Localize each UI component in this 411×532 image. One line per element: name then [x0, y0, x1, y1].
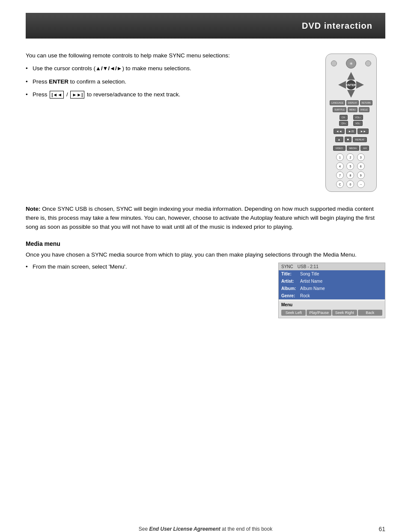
remote-row-vol: CH- CH+ VOL+ VOL-	[329, 115, 373, 126]
remote-btn-repeat: REPEAT	[353, 137, 367, 142]
remote-btn-return: RETURN	[360, 100, 372, 105]
sync-artist-value: Artist Name	[300, 279, 322, 284]
skip-prev-control: |◄◄	[50, 91, 64, 99]
intro-paragraph: You can use the following remote control…	[26, 51, 304, 60]
remote-btn-a4: A/4	[360, 146, 369, 151]
note-text: Once SYNC USB is chosen, SYNC will begin…	[26, 206, 375, 230]
remote-row-playback: ◄◄ ►/II ►►	[334, 129, 369, 134]
remote-btn-chup: CH+	[339, 121, 348, 126]
dpad-center: ENTER	[346, 80, 356, 90]
media-menu-intro: Once you have chosen a SYNC media source…	[26, 251, 385, 259]
remote-row-media: VIDEO MEDIA A/4	[333, 146, 369, 151]
num-btn-9: 9	[357, 171, 365, 179]
remote-top-left-circle	[331, 60, 337, 66]
sync-artist-label: Artist:	[281, 279, 298, 284]
skip-next-control: ►►|	[70, 91, 84, 99]
remote-row-stop: ▲ ■ REPEAT	[335, 137, 367, 142]
remote-top: ✳	[329, 57, 373, 69]
remote-btn-volup: VOL+	[353, 115, 363, 120]
footer-after-text: at the end of this book	[220, 526, 272, 532]
remote-btn-voldown: VOL-	[353, 121, 363, 126]
sync-row-title: Title: Song Title	[279, 270, 385, 278]
bullet-text: Press ENTER to confirm a selection.	[33, 78, 126, 85]
sync-row-genre: Genre: Rock	[279, 292, 385, 299]
arrow-symbols: ▲/▼/◄/►	[95, 65, 122, 72]
num-btn-3: 3	[357, 153, 365, 161]
remote-btn-media: MEDIA	[347, 146, 359, 151]
bullet-text: From the main screen, select 'Menu'.	[33, 263, 127, 270]
media-menu-title: Media menu	[26, 240, 385, 247]
note-section: Note: Once SYNC USB is chosen, SYNC will…	[26, 205, 385, 232]
remote-btn-menu: MENU	[348, 107, 357, 112]
num-btn-4: 4	[336, 162, 344, 170]
num-btn-5: 5	[346, 162, 354, 170]
sync-usb-time: USB - 2:11	[298, 264, 319, 269]
footer-see-text: See End User License Agreement at the en…	[139, 526, 272, 532]
remote-logo: ✳	[346, 58, 356, 69]
remote-btn-language: LANGUAGE	[330, 100, 345, 105]
num-btn-0: 0	[346, 180, 354, 188]
remote-btn-subtitle: SUBTITLE	[333, 107, 346, 112]
page-title: DVD interaction	[302, 21, 372, 31]
enter-bold: ENTER	[49, 78, 68, 85]
sync-menu-row: Menu	[279, 301, 385, 308]
num-btn-7: 7	[336, 171, 344, 179]
dpad-up	[347, 72, 355, 80]
sync-screen: SYNC USB - 2:11 Title: Song Title Artist…	[278, 263, 385, 318]
sync-header: SYNC USB - 2:11	[279, 263, 385, 270]
content-area: You can use the following remote control…	[0, 39, 411, 327]
sync-album-label: Album:	[281, 286, 298, 291]
page-container: DVD interaction You can use the followin…	[0, 13, 411, 532]
page-footer: See End User License Agreement at the en…	[0, 526, 411, 532]
dpad-right	[356, 81, 364, 89]
numpad: 1 2 3 4 5 6 7 8 9 C 0 →	[336, 153, 366, 188]
remote-btn-ff: ►►	[357, 129, 369, 134]
list-item: Use the cursor controls (▲/▼/◄/►) to mak…	[26, 64, 304, 73]
dpad-down	[347, 90, 355, 98]
remote-btn-angle: ANGLE	[359, 107, 369, 112]
skip-next-icon: ►►|	[72, 91, 83, 99]
sync-album-value: Album Name	[300, 286, 325, 291]
sync-title-value: Song Title	[300, 272, 319, 276]
sync-genre-label: Genre:	[281, 293, 298, 298]
remote-btn-stop: ■	[345, 137, 351, 142]
sync-title-label: Title:	[281, 272, 298, 276]
remote-btn-chdown: CH-	[340, 115, 348, 120]
remote-btn-display: DISPLAY	[346, 100, 359, 105]
bullet-text: Press |◄◄ / ►►| to reverse/advance to th…	[33, 91, 180, 98]
sync-btn-seek-right[interactable]: Seek Right	[332, 310, 357, 316]
dpad-left	[338, 81, 346, 89]
header-banner: DVD interaction	[26, 13, 385, 39]
remote-top-right-circle	[365, 60, 371, 66]
num-btn-8: 8	[346, 171, 354, 179]
list-item: Press |◄◄ / ►►| to reverse/advance to th…	[26, 90, 304, 99]
sync-btn-playpause[interactable]: Play/Pause	[307, 310, 331, 316]
num-btn-1: 1	[336, 153, 344, 161]
sync-btn-seek-left[interactable]: Seek Left	[281, 310, 306, 316]
sync-label: SYNC	[281, 264, 293, 269]
bullet-list: Use the cursor controls (▲/▼/◄/►) to mak…	[26, 64, 304, 99]
remote-row-lang: LANGUAGE DISPLAY RETURN	[329, 100, 373, 105]
footer-page-number: 61	[378, 526, 385, 532]
sync-btn-back[interactable]: Back	[358, 310, 382, 316]
sync-genre-value: Rock	[300, 293, 310, 298]
remote-control: ✳ ENTER LANGUAGE DISPLAY	[325, 54, 377, 192]
remote-row-sub: SUBTITLE MENU ANGLE	[329, 107, 373, 112]
media-section-content: From the main screen, select 'Menu'. SYN…	[26, 263, 385, 318]
media-bullet-list: From the main screen, select 'Menu'.	[26, 263, 265, 271]
remote-container: ✳ ENTER LANGUAGE DISPLAY	[317, 51, 385, 192]
num-btn-arrow: →	[357, 180, 365, 188]
left-text: You can use the following remote control…	[26, 51, 304, 192]
skip-prev-icon: |◄◄	[51, 91, 62, 99]
media-menu-section: Media menu Once you have chosen a SYNC m…	[26, 240, 385, 318]
list-item: From the main screen, select 'Menu'.	[26, 263, 265, 271]
top-section: You can use the following remote control…	[26, 51, 385, 192]
list-item: Press ENTER to confirm a selection.	[26, 78, 304, 86]
remote-btn-rewind: ◄◄	[334, 129, 345, 134]
media-bullets: From the main screen, select 'Menu'.	[26, 263, 265, 318]
remote-btn-playpause: ►/II	[346, 129, 357, 134]
footer-italic-text: End User License Agreement	[149, 526, 220, 532]
bullet-text: Use the cursor controls (▲/▼/◄/►) to mak…	[33, 65, 191, 72]
sync-buttons-row: Seek Left Play/Pause Seek Right Back	[279, 308, 385, 318]
sync-row-album: Album: Album Name	[279, 285, 385, 292]
